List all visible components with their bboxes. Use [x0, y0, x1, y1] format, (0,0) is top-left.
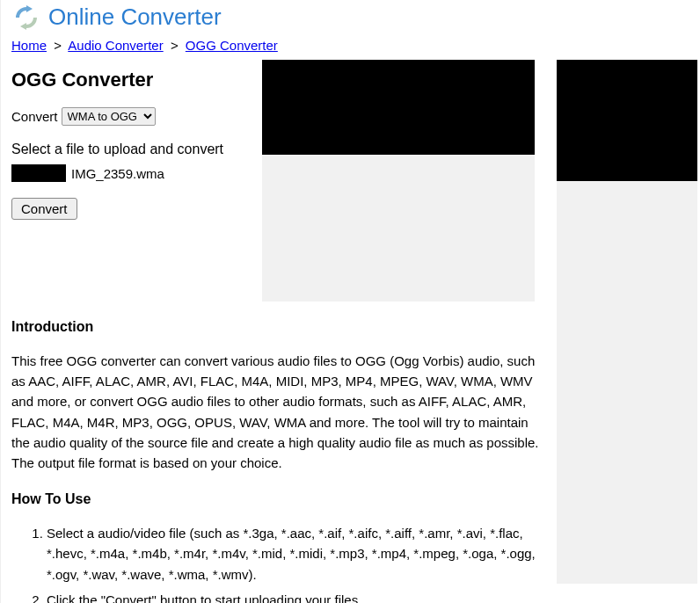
selected-filename: IMG_2359.wma	[71, 166, 164, 181]
convert-button[interactable]: Convert	[11, 198, 77, 220]
breadcrumb-sep: >	[54, 38, 62, 53]
breadcrumb-sep: >	[171, 38, 179, 53]
ad-main-banner	[262, 60, 535, 155]
howto-step: Click the "Convert" button to start uplo…	[47, 590, 548, 603]
file-chooser-button[interactable]	[11, 164, 66, 182]
convert-label: Convert	[11, 109, 58, 124]
ad-side-banner	[557, 60, 697, 181]
breadcrumb-home[interactable]: Home	[11, 38, 47, 53]
svg-marker-0	[26, 5, 33, 12]
site-header: Online Converter	[11, 0, 700, 36]
format-select[interactable]: WMA to OGG	[62, 107, 156, 126]
breadcrumb-ogg[interactable]: OGG Converter	[186, 38, 278, 53]
ad-side	[557, 60, 697, 584]
breadcrumb: Home > Audio Converter > OGG Converter	[11, 38, 700, 53]
howto-heading: How To Use	[11, 489, 548, 511]
intro-heading: Introduction	[11, 316, 548, 338]
refresh-icon	[11, 5, 41, 30]
howto-list: Select a audio/video file (such as *.3ga…	[11, 523, 548, 603]
howto-step: Select a audio/video file (such as *.3ga…	[47, 523, 548, 585]
breadcrumb-audio[interactable]: Audio Converter	[68, 38, 163, 53]
site-title[interactable]: Online Converter	[48, 4, 222, 31]
intro-body: This free OGG converter can convert vari…	[11, 351, 548, 474]
ad-main	[262, 60, 535, 302]
svg-marker-1	[20, 23, 26, 30]
